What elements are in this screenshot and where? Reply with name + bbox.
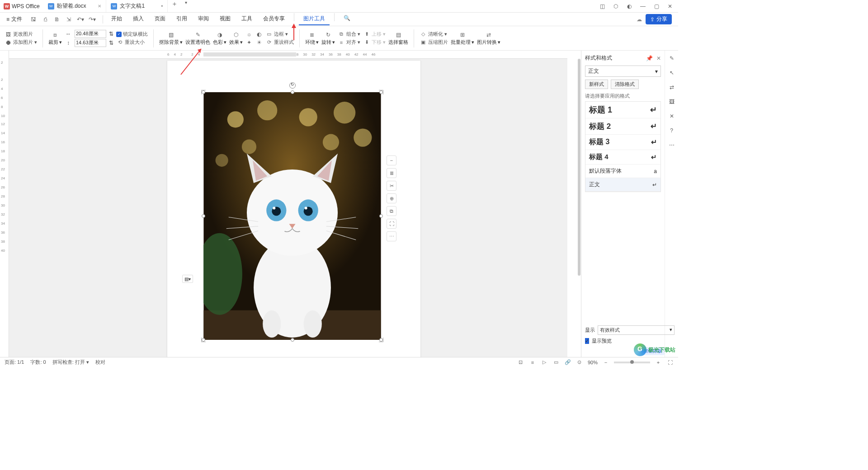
outline-view-icon[interactable]: ≡ xyxy=(529,359,536,366)
batch-button[interactable]: ⊞批量处理▾ xyxy=(451,31,474,46)
border-button[interactable]: ▭边框▾ xyxy=(265,31,288,38)
resize-handle[interactable] xyxy=(202,214,205,218)
lock-ratio-checkbox[interactable]: ✓锁定纵横比 xyxy=(116,31,148,38)
current-style-select[interactable]: 正文 ▾ xyxy=(585,66,661,77)
tab-insert[interactable]: 插入 xyxy=(128,13,148,25)
window-layout-icon[interactable]: ◫ xyxy=(596,1,609,12)
spellcheck-status[interactable]: 拼写检查: 打开 ▾ xyxy=(52,359,89,366)
clear-format-button[interactable]: 清除格式 xyxy=(611,80,639,89)
tab-picture-tools[interactable]: 图片工具 xyxy=(299,13,330,25)
document-page[interactable] xyxy=(167,61,420,357)
crop-tool-icon[interactable]: ✂ xyxy=(387,181,396,191)
reset-style-button[interactable]: ⟳重设样式 xyxy=(265,39,294,46)
selected-image[interactable] xyxy=(203,92,381,340)
layout-tool-icon[interactable]: ≣ xyxy=(387,168,396,178)
minimize-icon[interactable]: — xyxy=(637,1,649,12)
brightness-icon[interactable]: ☼ xyxy=(245,31,253,38)
document-area[interactable]: 6422468101214161820222426283032343638404… xyxy=(9,51,567,357)
undo-icon[interactable]: ↶▾ xyxy=(76,15,85,24)
resize-handle[interactable] xyxy=(379,214,383,218)
tab-tools[interactable]: 工具 xyxy=(237,13,257,25)
save-icon[interactable]: 🖫 xyxy=(29,15,38,24)
share-button[interactable]: ⇪ 分享 xyxy=(646,14,672,24)
fit-icon[interactable]: ⊙ xyxy=(576,359,583,366)
image-tool-icon[interactable]: 🖼 xyxy=(668,98,676,106)
crop-button[interactable]: ⧈ 裁剪▾ xyxy=(48,31,62,46)
maximize-icon[interactable]: ▢ xyxy=(650,1,663,12)
cat-image[interactable] xyxy=(203,92,381,340)
more-tool-icon[interactable]: ⋯ xyxy=(387,231,396,241)
search-button[interactable]: 🔍 xyxy=(339,13,355,25)
settings-tool-icon[interactable]: ⇄ xyxy=(668,83,676,91)
file-menu-button[interactable]: ≡ 文件 xyxy=(3,14,26,24)
stepper-icon[interactable]: ⇅ xyxy=(109,40,113,46)
zoom-out-tool-icon[interactable]: − xyxy=(387,155,396,165)
print-preview-icon[interactable]: 🗎 xyxy=(53,15,61,24)
convert-button[interactable]: ⇄图片转换▾ xyxy=(477,31,500,46)
zoom-slider[interactable] xyxy=(614,362,650,363)
doc-tab-2[interactable]: W 文字文稿1 • xyxy=(106,0,168,12)
layout-options-button[interactable]: ▤▾ xyxy=(182,275,193,283)
change-picture-button[interactable]: 🖼更改图片 xyxy=(5,31,37,38)
print-icon[interactable]: ⎙ xyxy=(41,15,49,24)
wrench-tool-icon[interactable]: ✕ xyxy=(668,112,676,120)
color-button[interactable]: ◑色彩▾ xyxy=(213,31,226,46)
tab-reference[interactable]: 引用 xyxy=(172,13,192,25)
cloud-icon[interactable]: ⬡ xyxy=(609,1,622,12)
style-item-h3[interactable]: 标题 3↵ xyxy=(585,135,660,150)
word-count[interactable]: 字数: 0 xyxy=(30,359,46,366)
remove-bg-button[interactable]: ▧抠除背景▾ xyxy=(159,31,183,46)
group-button[interactable]: ⧉组合▾ xyxy=(338,31,360,38)
doc-tab-1[interactable]: W 盼望着.docx ✕ xyxy=(43,0,107,12)
avatar-icon[interactable]: ◐ xyxy=(623,1,636,12)
web-view-icon[interactable]: ▷ xyxy=(541,359,548,366)
zoom-tool-icon[interactable]: ⊕ xyxy=(387,193,396,203)
effect-button[interactable]: ⬡效果▾ xyxy=(229,31,243,46)
sharpen-button[interactable]: ◇清晰化▾ xyxy=(420,31,448,38)
print-view-icon[interactable]: ▭ xyxy=(552,359,560,366)
style-item-h1[interactable]: 标题 1↵ xyxy=(585,102,660,118)
resize-handle[interactable] xyxy=(291,338,294,342)
wrap-button[interactable]: ≣环绕▾ xyxy=(305,31,319,46)
help-tool-icon[interactable]: ? xyxy=(668,127,676,135)
zoom-level[interactable]: 90% xyxy=(588,360,598,365)
style-item-body[interactable]: 正文↵ xyxy=(585,178,660,192)
rotate-handle-icon[interactable] xyxy=(289,82,296,89)
cloud-sync-icon[interactable]: ☁ xyxy=(637,16,642,23)
reading-view-icon[interactable]: ⊡ xyxy=(517,359,524,366)
close-panel-icon[interactable]: ✕ xyxy=(656,55,661,61)
page-indicator[interactable]: 页面: 1/1 xyxy=(5,359,24,366)
tab-menu-button[interactable]: ▾ xyxy=(181,0,191,12)
rotate-button[interactable]: ↻旋转▾ xyxy=(321,31,335,46)
add-tab-button[interactable]: ＋ xyxy=(168,0,181,12)
zoom-out-icon[interactable]: − xyxy=(602,359,609,366)
close-window-icon[interactable]: ✕ xyxy=(664,1,676,12)
select-tool-icon[interactable]: ↖ xyxy=(668,69,676,77)
export-icon[interactable]: ⇲ xyxy=(65,15,73,24)
zoom-in-icon[interactable]: + xyxy=(655,359,662,366)
new-style-button[interactable]: 新样式 xyxy=(585,80,608,89)
reset-size-button[interactable]: ⟲重设大小 xyxy=(116,38,148,46)
proofread-status[interactable]: 校对 xyxy=(95,359,105,366)
height-input[interactable]: 14.63厘米 xyxy=(75,39,106,47)
link-icon[interactable]: 🔗 xyxy=(564,359,571,366)
more-tool-icon[interactable]: ⋯ xyxy=(668,141,676,149)
stepper-icon[interactable]: ⇅ xyxy=(109,31,113,37)
glow-icon[interactable]: ☀ xyxy=(255,39,263,46)
style-item-h2[interactable]: 标题 2↵ xyxy=(585,118,660,135)
copy-tool-icon[interactable]: ⧉ xyxy=(387,206,396,216)
fullscreen-tool-icon[interactable]: ⛶ xyxy=(387,219,396,229)
tab-member[interactable]: 会员专享 xyxy=(259,13,289,25)
show-style-select[interactable]: 有效样式▾ xyxy=(598,325,675,335)
shadow-icon[interactable]: ✦ xyxy=(245,39,253,46)
tab-review[interactable]: 审阅 xyxy=(193,13,213,25)
style-item-default[interactable]: 默认段落字体a xyxy=(585,164,660,178)
add-picture-button[interactable]: 🞧添加图片 ▾ xyxy=(5,39,37,46)
resize-handle[interactable] xyxy=(291,90,294,94)
pin-icon[interactable]: 📌 xyxy=(646,55,653,61)
width-input[interactable]: 20.48厘米 xyxy=(75,30,106,38)
fullscreen-icon[interactable]: ⛶ xyxy=(666,359,674,366)
redo-icon[interactable]: ↷▾ xyxy=(88,15,96,24)
align-button[interactable]: ≡对齐▾ xyxy=(338,39,360,46)
vertical-scrollbar[interactable] xyxy=(576,59,580,357)
